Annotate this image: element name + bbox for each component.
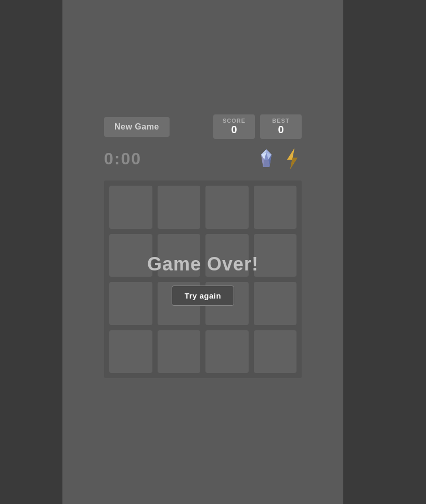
game-board: Game Over! Try again: [104, 180, 302, 378]
icons-row: [255, 147, 302, 170]
lightning-icon: [283, 147, 302, 170]
game-container: New Game SCORE 0 BEST 0 0:00: [62, 0, 343, 504]
score-label: SCORE: [217, 118, 251, 124]
best-label: BEST: [264, 118, 298, 124]
timer-icons-row: 0:00: [104, 147, 302, 170]
score-boxes: SCORE 0 BEST 0: [213, 114, 302, 139]
game-timer: 0:00: [104, 149, 141, 169]
crystal-icon: [255, 147, 278, 170]
score-box: SCORE 0: [213, 114, 255, 139]
best-value: 0: [264, 124, 298, 136]
svg-marker-8: [263, 160, 269, 167]
try-again-button[interactable]: Try again: [172, 286, 234, 306]
game-over-text: Game Over!: [147, 253, 259, 275]
best-box: BEST 0: [260, 114, 302, 139]
score-value: 0: [217, 124, 251, 136]
header-row: New Game SCORE 0 BEST 0: [104, 114, 302, 139]
game-over-overlay: Game Over! Try again: [104, 180, 302, 378]
new-game-button[interactable]: New Game: [104, 117, 170, 137]
